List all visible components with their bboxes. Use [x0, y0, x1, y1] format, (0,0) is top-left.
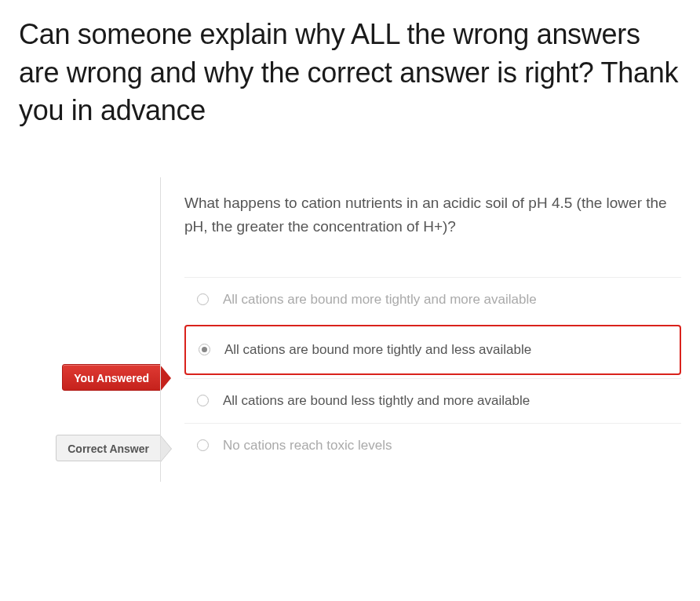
option-text: No cations reach toxic levels — [223, 438, 392, 453]
radio-filled-icon — [199, 344, 210, 355]
radio-icon — [197, 293, 209, 305]
quiz-option-selected[interactable]: All cations are bound more tightly and l… — [184, 325, 681, 375]
you-answered-label: You Answered — [74, 372, 149, 384]
correct-answer-label: Correct Answer — [67, 443, 149, 455]
quiz-option[interactable]: No cations reach toxic levels — [184, 423, 681, 468]
option-text: All cations are bound more tightly and l… — [224, 342, 531, 358]
radio-icon — [197, 395, 209, 406]
option-text: All cations are bound more tightly and m… — [223, 292, 537, 308]
quiz-container: You Answered Correct Answer What happens… — [19, 177, 681, 482]
quiz-option[interactable]: All cations are bound more tightly and m… — [184, 277, 681, 322]
question-text: What happens to cation nutrients in an a… — [184, 191, 681, 239]
quiz-option-correct[interactable]: All cations are bound less tightly and m… — [184, 378, 681, 423]
post-title: Can someone explain why ALL the wrong an… — [19, 16, 681, 130]
labels-column: You Answered Correct Answer — [19, 177, 160, 482]
you-answered-tag: You Answered — [62, 364, 161, 391]
radio-icon — [197, 439, 209, 451]
quiz-content: What happens to cation nutrients in an a… — [160, 177, 681, 482]
option-text: All cations are bound less tightly and m… — [223, 393, 530, 409]
correct-answer-tag: Correct Answer — [56, 435, 161, 461]
